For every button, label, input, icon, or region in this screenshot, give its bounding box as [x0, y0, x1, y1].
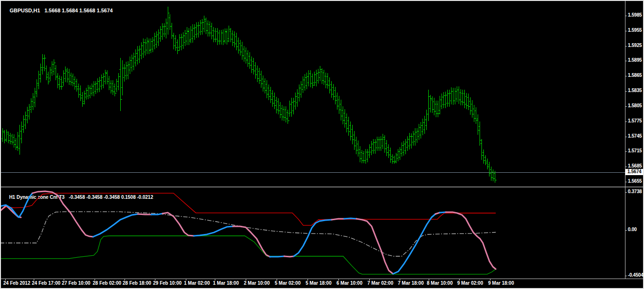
price-axis-label: 1.5685	[628, 163, 644, 168]
time-axis-label: 24 Feb 17:00	[32, 280, 60, 286]
main-chart-svg[interactable]	[0, 0, 625, 186]
current-price-box: 1.5674	[625, 169, 644, 175]
price-axis-label: 1.5835	[628, 88, 644, 93]
time-axis-separator	[0, 279, 644, 279]
t3-line-segment-pink	[356, 219, 393, 274]
time-axis-label: 27 Feb 10:00	[62, 280, 90, 286]
time-axis-label: 2 Mar 10:00	[244, 280, 269, 286]
t3-line-segment-blue	[294, 220, 332, 256]
time-axis-label: 1 Mar 02:00	[184, 280, 210, 286]
time-axis-label: 7 Mar 02:00	[367, 280, 393, 286]
price-axis-label: 1.5925	[628, 43, 644, 48]
time-axis-label: 5 Mar 02:00	[275, 280, 300, 286]
indicator-axis-label: 0.00	[628, 227, 644, 232]
price-axis-label: 1.5775	[628, 118, 644, 123]
window-frame-top	[0, 0, 644, 1]
price-axis-separator	[625, 0, 625, 279]
t3-line-segment-pink	[446, 212, 496, 269]
indicator-axis-label: 0.3738	[628, 189, 644, 194]
t3-line-segment-blue	[393, 214, 435, 274]
price-axis-label: 1.5985	[628, 12, 644, 18]
time-axis-label: 6 Mar 10:00	[336, 280, 362, 286]
indicator-pane-svg[interactable]	[0, 187, 625, 279]
price-axis-label: 1.5805	[628, 103, 644, 108]
t3-line-segment-blue	[344, 218, 356, 219]
t3-line-segment-blue	[0, 193, 32, 217]
chart-window: GBPUSD,H11.5668 1.5684 1.5668 1.5674 H1 …	[0, 0, 644, 289]
time-axis-label: 28 Feb 18:00	[123, 280, 151, 286]
t3-line-segment-pink	[138, 214, 151, 214]
ohlc-bars-open-ticks	[1, 18, 495, 173]
time-axis-label: 7 Mar 18:00	[398, 280, 423, 286]
time-axis-label: 5 Mar 18:00	[306, 280, 331, 286]
time-axis-label: 9 Mar 18:00	[488, 280, 514, 286]
price-axis-label: 1.5865	[628, 73, 644, 78]
price-axis-label: 1.5745	[628, 133, 644, 139]
t3-line-segment-pink	[32, 191, 93, 237]
indicator-axis-label: -0.4504	[628, 272, 644, 278]
time-axis-label: 29 Feb 10:00	[153, 280, 182, 286]
t3-line-segment-blue	[270, 256, 284, 257]
window-frame-left	[0, 0, 1, 289]
price-axis-label: 1.5955	[628, 28, 644, 33]
price-axis-label: 1.5655	[628, 178, 644, 184]
price-axis[interactable]	[625, 0, 644, 279]
upper-zone-line	[0, 193, 496, 225]
time-axis-label: 9 Mar 02:00	[457, 280, 483, 286]
price-axis-label: 1.5895	[628, 57, 644, 63]
ohlc-bars-high-low	[3, 7, 495, 183]
t3-line-segment-blue	[93, 214, 138, 237]
time-axis-label: 1 Mar 18:00	[213, 280, 239, 286]
time-axis-label: 28 Feb 02:00	[93, 280, 121, 286]
time-axis-label: 8 Mar 10:00	[427, 280, 452, 286]
time-axis-label: 24 Feb 2012	[3, 280, 30, 286]
t3-line-segment-blue	[440, 212, 446, 213]
t3-line-segment-pink	[284, 256, 294, 257]
price-axis-label: 1.5715	[628, 148, 644, 153]
ohlc-bars-close-ticks	[3, 13, 497, 180]
t3-line-segment-blue	[194, 226, 233, 236]
lower-zone-line	[0, 236, 496, 274]
t3-line-segment-pink	[233, 226, 270, 257]
pane-separator[interactable]	[0, 186, 644, 187]
